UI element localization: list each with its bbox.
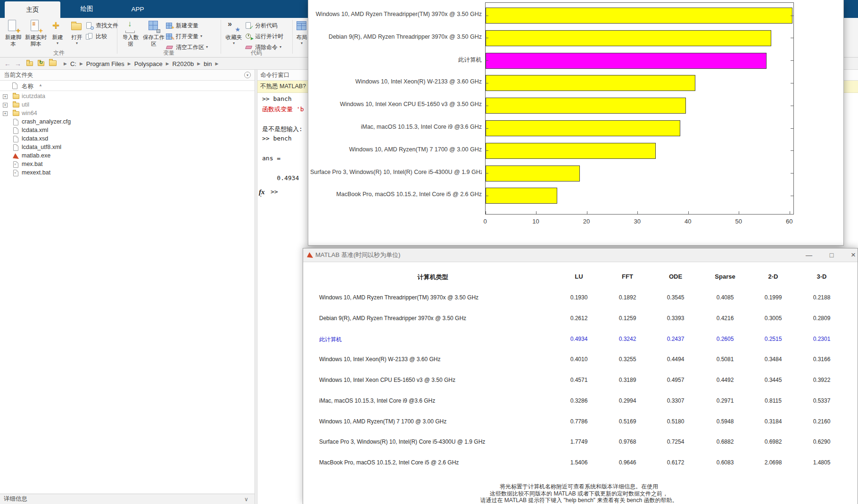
doc-plus-icon: +: [7, 20, 20, 33]
file-icon: [12, 136, 20, 142]
file-icon: [12, 144, 20, 151]
file-name: lcdata.xml: [22, 127, 48, 133]
save-glyph: [148, 21, 158, 30]
browse-folder-icon[interactable]: ↻: [37, 59, 46, 68]
file-row[interactable]: ≡mex.bat: [0, 160, 255, 169]
x-axis-tick-label: 60: [780, 218, 799, 225]
back-icon[interactable]: ←: [3, 59, 12, 68]
ribbon-button-new-variable[interactable]: +新建变量: [166, 21, 198, 30]
file-row[interactable]: +util: [0, 101, 255, 109]
table-cell-value: 0.4492: [704, 377, 746, 384]
ribbon-button-analyze-code[interactable]: ✓分析代码: [245, 21, 278, 30]
table-cell-value: 0.4957: [654, 377, 697, 384]
breadcrumb-separator-icon: ▶: [194, 61, 204, 66]
y-axis-tick: [486, 150, 488, 151]
table-window-titlebar[interactable]: MATLAB 基准(时间以秒为单位) — □ ×: [303, 248, 858, 262]
ribbon-button-label: 运行并计时: [255, 33, 283, 41]
table-row-computer-name[interactable]: iMac, macOS 10.15.3, Intel Core i9 @3.6 …: [319, 397, 564, 405]
y-axis-tick: [791, 150, 793, 151]
table-footer-line: 这些数据比较不同版本的 MATLAB 或者下载更新的定时数据文件之前，: [303, 490, 855, 496]
file-row[interactable]: matlab.exe: [0, 152, 255, 160]
breadcrumb-tail: ▶: [212, 61, 222, 66]
table-cell-value: 0.2994: [606, 397, 649, 405]
file-list-column-header[interactable]: 名称 ▲: [0, 81, 255, 91]
favorites-glyph: »: [228, 20, 232, 28]
expander-icon[interactable]: +: [3, 103, 8, 107]
file-row[interactable]: lcdata.xsd: [0, 135, 255, 143]
ribbon-button-new-script[interactable]: +新建脚本: [3, 20, 24, 49]
expander-icon[interactable]: +: [3, 94, 8, 99]
tab-plots[interactable]: 绘图: [60, 0, 113, 18]
close-button[interactable]: ×: [845, 248, 858, 262]
minimize-button[interactable]: —: [801, 248, 817, 262]
ribbon-button-find-files[interactable]: 查找文件: [86, 21, 118, 30]
breadcrumb-segment[interactable]: ▶bin: [194, 60, 212, 67]
y-axis-tick: [486, 128, 488, 129]
ribbon-button-new-live-script[interactable]: ≣+新建实时脚本: [25, 20, 47, 49]
table-row-computer-name[interactable]: Windows 10, Intel Xeon CPU E5-1650 v3 @ …: [319, 377, 564, 384]
ribbon-button-open-variable[interactable]: ✎打开变量▾: [166, 32, 202, 41]
x-axis-tick-label: 10: [527, 218, 545, 225]
file-row[interactable]: lcdata.xml: [0, 126, 255, 135]
runtime-glyph: [246, 33, 251, 39]
table-row-computer-name[interactable]: Windows 10, Intel Xeon(R) W-2133 @ 3.60 …: [319, 356, 564, 364]
breadcrumb-separator-icon: ▶: [163, 61, 173, 66]
import-glyph: ↓: [128, 20, 132, 28]
panel-menu-icon[interactable]: ▼: [244, 72, 251, 78]
y-axis-tick: [791, 83, 793, 83]
details-bar[interactable]: 详细信息 ∨: [0, 494, 255, 504]
table-cell-value: 0.2515: [752, 336, 794, 343]
file-row[interactable]: +icutzdata: [0, 92, 255, 101]
folder-up-icon[interactable]: ↑: [25, 59, 35, 68]
command-prompt[interactable]: >>: [271, 188, 278, 195]
table-cell-value: 0.4085: [704, 294, 746, 302]
file-row[interactable]: crash_analyzer.cfg: [0, 118, 255, 126]
table-row-computer-name[interactable]: Surface Pro 3, Windows(R) 10, Intel(R) C…: [319, 438, 564, 446]
table-row-computer-name[interactable]: Windows 10, AMD Ryzen Threadripper(TM) 3…: [319, 294, 564, 302]
breadcrumb-segment[interactable]: ▶Polyspace: [124, 60, 163, 67]
breadcrumb-segment[interactable]: ▶Program Files: [76, 60, 124, 67]
file-row[interactable]: +win64: [0, 109, 255, 118]
x-axis-tick: [587, 211, 587, 214]
ribbon-button-clear-workspace[interactable]: 清空工作区▾: [166, 42, 208, 52]
favorites-glyph: ★: [235, 26, 240, 33]
tab-apps[interactable]: APP: [113, 0, 162, 18]
tab-home[interactable]: 主页: [5, 1, 60, 18]
ribbon-button-import-data[interactable]: ↓导入数据: [121, 20, 140, 49]
table-row-computer-name[interactable]: MacBook Pro, macOS 10.15.2, Intel Core i…: [319, 459, 564, 467]
table-row-computer-name[interactable]: 此计算机: [319, 336, 564, 343]
table-cell-value: 0.3307: [654, 397, 697, 405]
table-row-computer-name[interactable]: Windows 10, AMD Ryzen(TM) 7 1700 @ 3.00 …: [319, 418, 564, 426]
table-row-computer-name[interactable]: Debian 9(R), AMD Ryzen Threadripper 3970…: [319, 315, 564, 322]
table-header-ode: ODE: [654, 273, 697, 281]
chart-category-label: Windows 10, Intel Xeon CPU E5-1650 v3 @ …: [310, 101, 482, 109]
ribbon-button-save-workspace[interactable]: 保存工作区: [142, 20, 165, 49]
ribbon-button-favorites[interactable]: »★收藏夹▾: [223, 20, 244, 49]
ribbon-button-compare[interactable]: 比较: [86, 32, 107, 41]
command-line: 是不是想输入:: [262, 125, 303, 133]
folder-icon: [12, 110, 20, 117]
matlab-triangle-glyph: [13, 153, 19, 159]
details-chevron-icon[interactable]: ∨: [244, 496, 248, 503]
y-axis-tick: [791, 106, 793, 106]
table-cell-value: 0.9646: [606, 459, 649, 467]
fx-prompt: fx ▾: [259, 188, 265, 196]
ribbon-button-clear-commands[interactable]: 清除命令▾: [245, 42, 281, 52]
ribbon-button-run-and-time[interactable]: ▶运行并计时: [245, 32, 283, 41]
file-row[interactable]: ≡mexext.bat: [0, 169, 255, 177]
eraser-glyph: [166, 46, 173, 49]
save-glyph: [157, 29, 160, 33]
ribbon-button-open[interactable]: 打开▾: [68, 20, 86, 49]
expander-icon[interactable]: +: [3, 111, 8, 116]
ribbon-button-new[interactable]: +新建▾: [49, 20, 66, 49]
breadcrumb-segment[interactable]: ▶C:: [60, 60, 76, 67]
chevron-down-icon: ▾: [200, 34, 202, 38]
doc-compare-glyph: [88, 33, 92, 39]
breadcrumb-segment[interactable]: ▶R2020b: [163, 60, 194, 67]
forward-icon[interactable]: →: [13, 59, 23, 68]
table-cell-value: 0.2160: [800, 418, 843, 426]
matlab-logo-icon: [307, 252, 314, 258]
file-row[interactable]: lcdata_utf8.xml: [0, 143, 255, 152]
y-axis-tick: [486, 173, 488, 174]
maximize-button[interactable]: □: [824, 248, 840, 262]
